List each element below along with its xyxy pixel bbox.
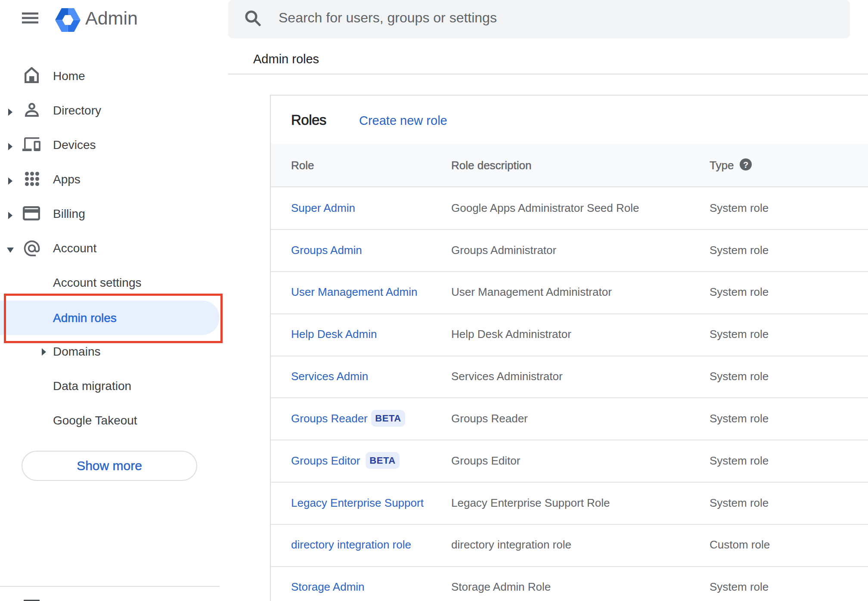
svg-text:?: ? [743, 160, 748, 170]
